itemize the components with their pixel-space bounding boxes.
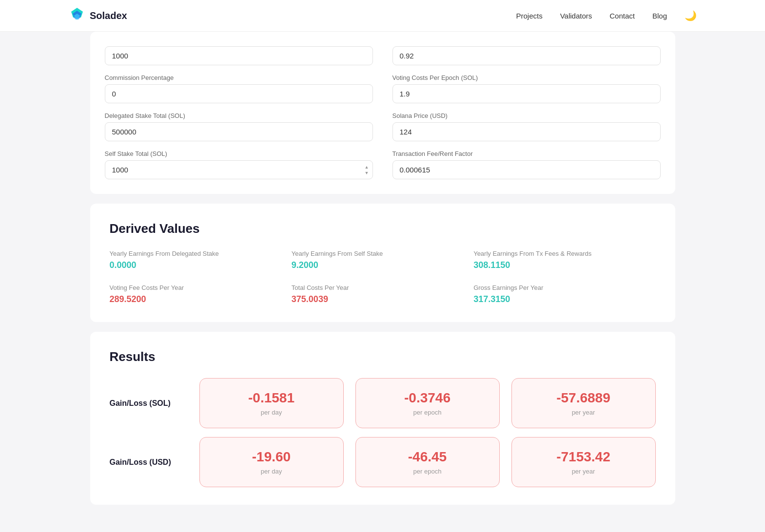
field-self-stake: Self Stake Total (SOL) ▲ ▼: [105, 150, 373, 179]
result-sol-day-value: -0.1581: [248, 390, 294, 406]
field-tx-fee: Transaction Fee/Rent Factor: [392, 150, 661, 179]
tx-fee-label: Transaction Fee/Rent Factor: [392, 150, 661, 157]
self-stake-spinner-arrows[interactable]: ▲ ▼: [365, 165, 369, 175]
spinner-up-icon[interactable]: ▲: [365, 165, 369, 170]
apy-input[interactable]: [392, 46, 661, 65]
result-sol-epoch-period: per epoch: [413, 409, 442, 416]
field-delegated-stake: Delegated Stake Total (SOL): [105, 112, 373, 141]
nav-validators[interactable]: Validators: [560, 12, 592, 20]
derived-value-3: 289.5200: [110, 294, 292, 304]
result-card-sol-epoch: -0.3746 per epoch: [355, 378, 500, 428]
results-usd-label: Gain/Loss (USD): [110, 458, 188, 467]
sol-price-input[interactable]: [392, 122, 661, 141]
inflation-rate-input[interactable]: [105, 46, 373, 65]
voting-costs-label: Voting Costs Per Epoch (SOL): [392, 74, 661, 81]
derived-label-2: Yearly Earnings From Tx Fees & Rewards: [473, 250, 655, 257]
field-inflation-rate: [105, 46, 373, 65]
result-sol-epoch-value: -0.3746: [404, 390, 451, 406]
nav-blog[interactable]: Blog: [652, 12, 667, 20]
spinner-down-icon[interactable]: ▼: [365, 171, 369, 175]
result-sol-year-value: -57.6889: [556, 390, 610, 406]
field-sol-price: Solana Price (USD): [392, 112, 661, 141]
derived-item-1: Yearly Earnings From Self Stake 9.2000: [292, 250, 473, 270]
result-usd-year-period: per year: [572, 468, 595, 475]
field-apy: [392, 46, 661, 65]
field-voting-costs: Voting Costs Per Epoch (SOL): [392, 74, 661, 103]
derived-section: Derived Values Yearly Earnings From Dele…: [90, 204, 675, 322]
commission-pct-input[interactable]: [105, 84, 373, 103]
result-card-usd-epoch: -46.45 per epoch: [355, 437, 500, 487]
derived-value-0: 0.0000: [110, 260, 292, 270]
derived-item-0: Yearly Earnings From Delegated Stake 0.0…: [110, 250, 292, 270]
derived-label-0: Yearly Earnings From Delegated Stake: [110, 250, 292, 257]
input-section: Commission Percentage Delegated Stake To…: [90, 32, 675, 194]
derived-item-4: Total Costs Per Year 375.0039: [292, 284, 473, 304]
derived-item-2: Yearly Earnings From Tx Fees & Rewards 3…: [473, 250, 655, 270]
site-header: Soladex Projects Validators Contact Blog…: [0, 0, 765, 32]
result-card-sol-year: -57.6889 per year: [511, 378, 656, 428]
commission-pct-label: Commission Percentage: [105, 74, 373, 81]
delegated-stake-label: Delegated Stake Total (SOL): [105, 112, 373, 119]
derived-label-4: Total Costs Per Year: [292, 284, 473, 291]
result-sol-year-period: per year: [572, 409, 595, 416]
soladex-logo-icon: [68, 7, 86, 24]
delegated-stake-input[interactable]: [105, 122, 373, 141]
result-card-usd-day: -19.60 per day: [199, 437, 344, 487]
derived-label-3: Voting Fee Costs Per Year: [110, 284, 292, 291]
logo-text: Soladex: [90, 10, 127, 21]
self-stake-label: Self Stake Total (SOL): [105, 150, 373, 157]
derived-grid: Yearly Earnings From Delegated Stake 0.0…: [110, 250, 656, 304]
self-stake-input[interactable]: [105, 160, 373, 179]
derived-value-1: 9.2000: [292, 260, 473, 270]
voting-costs-input[interactable]: [392, 84, 661, 103]
main-content: Commission Percentage Delegated Stake To…: [71, 32, 695, 532]
result-usd-epoch-value: -46.45: [408, 449, 447, 465]
results-sol-label: Gain/Loss (SOL): [110, 399, 188, 408]
left-inputs: Commission Percentage Delegated Stake To…: [105, 46, 373, 179]
nav-contact[interactable]: Contact: [609, 12, 635, 20]
results-grid: Gain/Loss (SOL) -0.1581 per day -0.3746 …: [110, 378, 656, 487]
derived-label-5: Gross Earnings Per Year: [473, 284, 655, 291]
result-card-usd-year: -7153.42 per year: [511, 437, 656, 487]
results-title: Results: [110, 349, 656, 364]
field-commission-pct: Commission Percentage: [105, 74, 373, 103]
theme-toggle-button[interactable]: 🌙: [685, 10, 697, 21]
result-usd-day-value: -19.60: [252, 449, 291, 465]
logo-area[interactable]: Soladex: [68, 7, 127, 24]
derived-item-5: Gross Earnings Per Year 317.3150: [473, 284, 655, 304]
results-section: Results Gain/Loss (SOL) -0.1581 per day …: [90, 332, 675, 505]
result-sol-day-period: per day: [261, 409, 282, 416]
self-stake-spinner-wrapper: ▲ ▼: [105, 160, 373, 179]
derived-title: Derived Values: [110, 221, 656, 236]
result-card-sol-day: -0.1581 per day: [199, 378, 344, 428]
derived-label-1: Yearly Earnings From Self Stake: [292, 250, 473, 257]
derived-value-5: 317.3150: [473, 294, 655, 304]
result-usd-year-value: -7153.42: [556, 449, 610, 465]
derived-value-2: 308.1150: [473, 260, 655, 270]
result-usd-epoch-period: per epoch: [413, 468, 442, 475]
derived-value-4: 375.0039: [292, 294, 473, 304]
main-nav: Projects Validators Contact Blog 🌙: [516, 10, 697, 21]
tx-fee-input[interactable]: [392, 160, 661, 179]
right-inputs: Voting Costs Per Epoch (SOL) Solana Pric…: [392, 46, 661, 179]
result-usd-day-period: per day: [261, 468, 282, 475]
derived-item-3: Voting Fee Costs Per Year 289.5200: [110, 284, 292, 304]
sol-price-label: Solana Price (USD): [392, 112, 661, 119]
nav-projects[interactable]: Projects: [516, 12, 542, 20]
